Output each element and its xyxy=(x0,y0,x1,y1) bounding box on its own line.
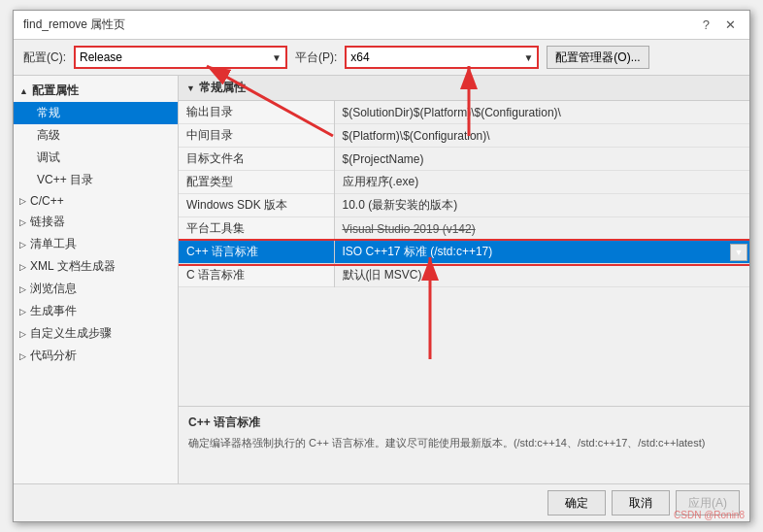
sidebar-item-cpp[interactable]: ▷ C/C++ xyxy=(14,191,178,211)
sidebar-group-label: 配置属性 xyxy=(32,83,79,99)
sidebar-item-code-analysis-label: 代码分析 xyxy=(30,348,77,364)
prop-name-config-type: 配置类型 xyxy=(179,171,334,194)
prop-value-intermediate-dir[interactable]: $(Platform)\$(Configuration)\ xyxy=(334,124,749,148)
table-row[interactable]: 中间目录 $(Platform)\$(Configuration)\ xyxy=(179,124,749,148)
sidebar-group: ▲ 配置属性 常规 高级 调试 VC++ 目录 ▷ C/C++ ▷ 链接器 xyxy=(14,80,178,367)
config-manager-button[interactable]: 配置管理器(O)... xyxy=(547,46,648,69)
cpp-standard-dropdown-btn[interactable]: ▼ xyxy=(730,244,747,261)
sidebar-item-cpp-label: C/C++ xyxy=(30,194,64,208)
props-group-header[interactable]: ▼ 常规属性 xyxy=(179,76,749,101)
prop-name-intermediate-dir: 中间目录 xyxy=(179,124,334,148)
table-row[interactable]: Windows SDK 版本 10.0 (最新安装的版本) xyxy=(179,194,749,217)
help-button[interactable]: ? xyxy=(699,17,713,33)
sidebar-item-linker-label: 链接器 xyxy=(30,214,65,230)
sidebar-item-manifest-label: 清单工具 xyxy=(30,236,77,252)
build-events-triangle: ▷ xyxy=(19,307,26,316)
config-bar: 配置(C): Release ▼ 平台(P): x64 ▼ 配置管理器(O)..… xyxy=(14,40,749,76)
prop-value-config-type[interactable]: 应用程序(.exe) xyxy=(334,171,749,194)
title-bar-controls: ? ✕ xyxy=(699,17,740,33)
props-group-triangle: ▼ xyxy=(186,83,195,93)
linker-triangle: ▷ xyxy=(19,217,26,227)
sidebar-item-manifest[interactable]: ▷ 清单工具 xyxy=(14,233,178,255)
sidebar-item-code-analysis[interactable]: ▷ 代码分析 xyxy=(14,345,178,367)
sidebar-item-custom-build-label: 自定义生成步骤 xyxy=(30,325,112,342)
sidebar-item-build-events[interactable]: ▷ 生成事件 xyxy=(14,300,178,322)
table-row[interactable]: 平台工具集 Visual Studio 2019 (v142) xyxy=(179,217,749,241)
sidebar-group-header[interactable]: ▲ 配置属性 xyxy=(14,80,178,102)
prop-value-windows-sdk[interactable]: 10.0 (最新安装的版本) xyxy=(334,194,749,217)
manifest-triangle: ▷ xyxy=(19,240,26,249)
right-panel: ▼ 常规属性 输出目录 $(SolutionDir)$(Platform)\$(… xyxy=(179,76,749,483)
platform-select-value: x64 xyxy=(350,50,369,64)
config-label: 配置(C): xyxy=(23,50,66,66)
sidebar-item-general[interactable]: 常规 xyxy=(14,102,178,124)
browse-triangle: ▷ xyxy=(19,284,26,294)
table-row[interactable]: 配置类型 应用程序(.exe) xyxy=(179,171,749,194)
sidebar-item-xml[interactable]: ▷ XML 文档生成器 xyxy=(14,255,178,278)
prop-name-c-standard: C 语言标准 xyxy=(179,264,334,287)
sidebar-item-advanced[interactable]: 高级 xyxy=(14,124,178,147)
config-select[interactable]: Release ▼ xyxy=(74,46,287,69)
code-analysis-triangle: ▷ xyxy=(19,351,26,361)
cpp-triangle: ▷ xyxy=(19,196,26,206)
group-triangle: ▲ xyxy=(19,86,28,96)
props-area: ▼ 常规属性 输出目录 $(SolutionDir)$(Platform)\$(… xyxy=(179,76,749,406)
config-select-value: Release xyxy=(80,50,122,64)
description-title: C++ 语言标准 xyxy=(188,415,740,431)
platform-select[interactable]: x64 ▼ xyxy=(345,46,539,69)
sidebar-item-debug[interactable]: 调试 xyxy=(14,147,178,169)
prop-name-target-name: 目标文件名 xyxy=(179,148,334,171)
platform-label: 平台(P): xyxy=(295,50,337,66)
sidebar-item-linker[interactable]: ▷ 链接器 xyxy=(14,211,178,233)
table-row[interactable]: 目标文件名 $(ProjectName) xyxy=(179,148,749,171)
prop-value-platform-toolset[interactable]: Visual Studio 2019 (v142) xyxy=(334,217,749,241)
sidebar-item-browse-label: 浏览信息 xyxy=(30,281,77,297)
sidebar-item-build-events-label: 生成事件 xyxy=(30,303,77,319)
ok-button[interactable]: 确定 xyxy=(547,490,606,515)
prop-value-output-dir[interactable]: $(SolutionDir)$(Platform)\$(Configuratio… xyxy=(334,101,749,124)
description-area: C++ 语言标准 确定编译器格强制执行的 C++ 语言标准。建议尽可能使用最新版… xyxy=(179,406,749,483)
prop-name-output-dir: 输出目录 xyxy=(179,101,334,124)
description-text: 确定编译器格强制执行的 C++ 语言标准。建议尽可能使用最新版本。(/std:c… xyxy=(188,435,740,452)
cancel-button[interactable]: 取消 xyxy=(612,490,670,515)
title-bar: find_remove 属性页 ? ✕ xyxy=(14,11,749,40)
table-row[interactable]: 输出目录 $(SolutionDir)$(Platform)\$(Configu… xyxy=(179,101,749,124)
cpp-standard-value: ISO C++17 标准 (/std:c++17) xyxy=(343,245,493,258)
custom-build-triangle: ▷ xyxy=(19,329,26,339)
prop-name-windows-sdk: Windows SDK 版本 xyxy=(179,194,334,217)
sidebar: ▲ 配置属性 常规 高级 调试 VC++ 目录 ▷ C/C++ ▷ 链接器 xyxy=(14,76,179,483)
platform-select-arrow: ▼ xyxy=(523,52,533,63)
prop-value-cpp-standard[interactable]: ISO C++17 标准 (/std:c++17) ▼ xyxy=(334,241,749,264)
bottom-bar: 确定 取消 应用(A) xyxy=(14,483,749,521)
prop-value-c-standard[interactable]: 默认(旧 MSVC) xyxy=(334,264,749,287)
props-table: 输出目录 $(SolutionDir)$(Platform)\$(Configu… xyxy=(179,101,749,287)
table-row[interactable]: C 语言标准 默认(旧 MSVC) xyxy=(179,264,749,287)
props-group-label: 常规属性 xyxy=(199,80,246,96)
xml-triangle: ▷ xyxy=(19,262,26,272)
main-content: ▲ 配置属性 常规 高级 调试 VC++ 目录 ▷ C/C++ ▷ 链接器 xyxy=(14,76,749,483)
prop-name-platform-toolset: 平台工具集 xyxy=(179,217,334,241)
dialog-title: find_remove 属性页 xyxy=(23,17,125,33)
sidebar-item-custom-build[interactable]: ▷ 自定义生成步骤 xyxy=(14,322,178,345)
sidebar-item-xml-label: XML 文档生成器 xyxy=(30,258,116,275)
prop-name-cpp-standard: C++ 语言标准 xyxy=(179,241,334,264)
sidebar-item-vc-dirs[interactable]: VC++ 目录 xyxy=(14,169,178,191)
config-select-arrow: ▼ xyxy=(272,52,282,63)
sidebar-item-browse[interactable]: ▷ 浏览信息 xyxy=(14,278,178,300)
watermark: CSDN @Ronin8 xyxy=(674,510,745,520)
close-button[interactable]: ✕ xyxy=(721,17,740,33)
prop-value-target-name[interactable]: $(ProjectName) xyxy=(334,148,749,171)
dialog: find_remove 属性页 ? ✕ 配置(C): Release ▼ 平台(… xyxy=(13,10,750,522)
table-row-selected[interactable]: C++ 语言标准 ISO C++17 标准 (/std:c++17) ▼ xyxy=(179,241,749,264)
